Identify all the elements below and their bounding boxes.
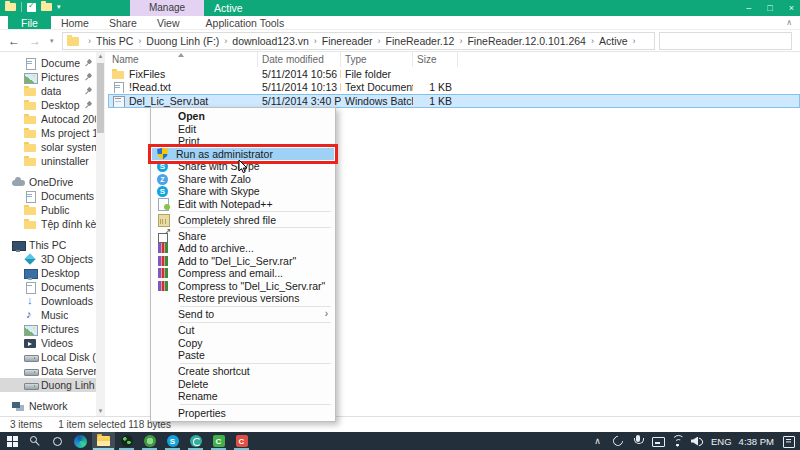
tray-wifi-icon[interactable] [671,434,684,448]
context-menu-item[interactable]: Create shortcut [152,365,334,378]
context-menu-item[interactable] [180,363,331,364]
ribbon-tab[interactable]: Application Tools [196,16,295,29]
context-menu-item[interactable]: Add to archive... [152,242,334,255]
language-indicator[interactable]: ENG [711,436,732,447]
context-menu-item[interactable]: Open [152,110,334,123]
file-row[interactable]: !Read.txt 5/11/2014 10:13 PM Text Docume… [108,81,800,95]
tray-touchpad-icon[interactable] [651,434,664,448]
breadcrumb-item[interactable]: Active › [599,35,641,47]
sidebar-item[interactable]: Ms project 13 [0,126,96,140]
column-header[interactable]: Date modified [258,52,341,67]
taskbar-app[interactable] [69,432,92,450]
scroll-down-icon[interactable]: ▼ [96,407,105,416]
column-header[interactable]: Type [341,52,413,67]
context-menu-item[interactable]: Completely shred file [152,214,334,227]
context-menu-item[interactable]: Paste [152,349,334,362]
sidebar-item[interactable]: Pictures [0,322,96,336]
context-menu-item[interactable]: Share with Skype [152,160,334,173]
sidebar-item[interactable]: solar system [0,140,96,154]
context-menu-item[interactable]: Share with Zalo [152,173,334,186]
taskbar-app[interactable]: C [207,432,230,450]
context-menu-item[interactable]: Edit [152,123,334,136]
context-menu-item[interactable]: Cut [152,324,334,337]
sidebar-item[interactable]: Videos [0,336,96,350]
context-menu-item[interactable] [180,404,331,405]
breadcrumb-item[interactable]: FineReader.12 › [386,35,468,47]
ribbon-tab[interactable]: File [8,16,51,29]
context-menu-item[interactable]: Restore previous versions [152,292,334,305]
context-menu-item[interactable] [180,306,331,307]
taskbar-app[interactable]: S [161,432,184,450]
context-menu-item[interactable]: Run as administrator [152,148,334,161]
breadcrumb-item[interactable]: download123.vn › [232,35,321,47]
column-header[interactable]: Size [413,52,458,67]
tray-sync-icon[interactable] [611,434,624,448]
context-menu-item[interactable]: Compress to "Del_Lic_Serv.rar" and email [152,280,334,293]
clock[interactable]: 4:38 PM [739,436,774,447]
maximize-button[interactable]: □ [767,3,772,13]
search-input[interactable] [659,32,792,50]
context-menu-item[interactable]: Share with Skype [152,185,334,198]
ribbon-tab[interactable]: Share [99,16,147,29]
minimize-button[interactable]: – [746,3,751,13]
sidebar-scrollbar[interactable]: ▲ ▼ [96,52,105,416]
forward-button[interactable]: → [29,34,41,48]
sidebar-item[interactable]: This PC [0,238,96,252]
ribbon-tab[interactable]: View [147,16,190,29]
context-menu-item[interactable] [180,211,331,212]
sidebar-item[interactable]: Music [0,308,96,322]
context-menu-item[interactable]: Edit with Notepad++ [152,198,334,211]
sidebar-item[interactable]: Public [0,203,96,217]
context-menu-item[interactable]: Compress and email... [152,267,334,280]
sidebar-item[interactable]: OneDrive [0,175,96,189]
sidebar-item[interactable]: Local Disk (C:) [0,350,96,364]
action-center-icon[interactable] [781,434,794,448]
context-menu-item[interactable]: Delete [152,378,334,391]
properties-check-icon[interactable] [27,3,36,12]
taskbar-app[interactable]: C [230,432,253,450]
back-button[interactable]: ← [8,34,20,48]
file-row[interactable]: FixFiles 5/11/2014 10:56 PM File folder [108,67,800,81]
sidebar-item[interactable]: Downloads [0,294,96,308]
context-menu-item[interactable]: Print [152,135,334,148]
breadcrumb-item[interactable]: Duong Linh (F:) › [146,35,232,47]
sidebar-item[interactable]: Documents [0,56,96,70]
recent-locations-icon[interactable]: ▾ [50,37,54,45]
tray-mic-icon[interactable] [631,434,644,448]
address-bar[interactable]: › This PC › Duong Linh (F:) › download12… [62,32,655,50]
context-menu-item[interactable]: Share [152,230,334,243]
file-row[interactable]: Del_Lic_Serv.bat 5/11/2014 3:40 PM Windo… [108,94,800,108]
sidebar-item[interactable]: Desktop [0,266,96,280]
sidebar-item[interactable]: Pictures [0,70,96,84]
sidebar-item[interactable]: Autocad 2008 [0,112,96,126]
context-menu-item[interactable]: Add to "Del_Lic_Serv.rar" [152,255,334,268]
ribbon-tab[interactable]: Home [51,16,99,29]
sidebar-item[interactable]: data [0,84,96,98]
tray-chevron-icon[interactable] [591,434,604,448]
taskbar-app[interactable] [46,432,69,450]
sidebar-item[interactable]: Duong Linh (F:) [0,378,96,392]
scrollbar-thumb[interactable] [97,63,104,133]
taskbar-app[interactable] [138,432,161,450]
close-button[interactable]: × [789,3,794,13]
context-menu-item[interactable] [180,322,331,323]
sidebar-item[interactable]: Tệp đính kèm [0,217,96,231]
sidebar-item[interactable]: 3D Objects [0,252,96,266]
sidebar-item[interactable]: Documents [0,280,96,294]
context-menu-item[interactable]: Send to › [152,308,334,321]
taskbar-app[interactable] [0,432,23,450]
breadcrumb-item[interactable]: This PC › [96,35,146,47]
taskbar-app[interactable] [92,432,115,450]
sidebar-item[interactable]: Documents [0,189,96,203]
tray-vol-icon[interactable] [691,434,704,448]
sidebar-item[interactable]: uninstaller [0,154,96,168]
context-menu-item[interactable]: Properties [152,407,334,420]
breadcrumb-item[interactable]: Finereader › [322,35,386,47]
breadcrumb-item[interactable]: FineReader.12.0.101.264 › [467,35,599,47]
context-menu-item[interactable]: Copy [152,337,334,350]
sidebar-item[interactable]: Network [0,399,96,413]
qat-dropdown-icon[interactable]: ▾ [57,3,61,11]
manage-contextual-tab[interactable]: Manage [130,0,204,16]
scroll-up-icon[interactable]: ▲ [96,52,105,61]
sidebar-item[interactable]: Desktop [0,98,96,112]
